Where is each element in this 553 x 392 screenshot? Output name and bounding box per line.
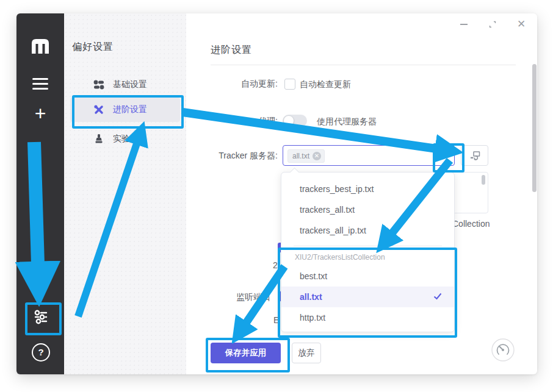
option-label: all.txt [300, 292, 322, 302]
maximize-icon [488, 20, 497, 29]
check-icon [433, 293, 442, 300]
text-fragment: E [273, 315, 279, 325]
tag-close-icon[interactable]: ✕ [313, 152, 321, 160]
title-divider [211, 65, 516, 65]
dropdown-option[interactable]: trackers_all.txt [281, 199, 454, 220]
window-controls: ✕ [459, 17, 526, 32]
sidebar-item-label: 实验室 [113, 134, 139, 144]
dropdown-option[interactable]: trackers_all_ip.txt [281, 220, 454, 241]
preferences-menu-panel [64, 13, 186, 374]
tracker-server-select[interactable]: all.txt ✕ [283, 145, 455, 166]
main-scrollbar[interactable] [532, 64, 537, 192]
dropdown-option[interactable]: best.txt [281, 266, 454, 287]
dropdown-option-selected[interactable]: all.txt [281, 287, 454, 307]
dropdown-option[interactable]: http.txt [281, 307, 454, 328]
tracker-source-dropdown: trackers_best_ip.txt trackers_all.txt tr… [281, 172, 455, 332]
close-button[interactable]: ✕ [516, 20, 526, 29]
toggle-knob [283, 115, 294, 126]
proxy-toggle[interactable] [283, 115, 307, 127]
sidebar-item-advanced-settings[interactable]: 进阶设置 [70, 98, 180, 122]
minimize-button[interactable] [459, 20, 469, 29]
help-icon[interactable]: ? [32, 343, 50, 362]
dropdown-option[interactable]: trackers_best_ip.txt [281, 179, 454, 199]
tracker-server-label: Tracker 服务器: [192, 151, 278, 162]
tools-icon [93, 104, 104, 115]
auto-update-checkbox-label[interactable]: 自动检查更新 [300, 79, 351, 90]
save-and-apply-button[interactable]: 保存并应用 [211, 343, 281, 363]
task-list-icon[interactable] [32, 78, 48, 90]
selected-tag: all.txt ✕ [287, 149, 325, 163]
proxy-toggle-label: 使用代理服务器 [317, 116, 377, 127]
maximize-button[interactable] [488, 20, 497, 29]
listen-port-label: 监听端口 [185, 292, 270, 303]
sync-icon [469, 150, 481, 161]
auto-update-checkbox[interactable] [284, 79, 295, 90]
textarea-scrollbar[interactable] [482, 175, 485, 185]
chevron-up-icon[interactable] [438, 153, 447, 159]
tag-label: all.txt [292, 152, 309, 160]
sidebar-item-basic-settings[interactable]: 基础设置 [70, 73, 180, 97]
collection-link-fragment[interactable]: Collection [452, 219, 490, 229]
dropdown-group-label: XIU2/TrackersListCollection [281, 246, 454, 266]
page-title: 进阶设置 [211, 44, 252, 57]
proxy-label: 代理: [192, 116, 278, 127]
sidebar-item-label: 基础设置 [113, 79, 147, 90]
speed-limit-icon[interactable] [491, 338, 515, 362]
minimize-icon [460, 24, 468, 25]
sidebar-item-lab[interactable]: 实验室 [70, 127, 180, 151]
sidebar-item-label: 进阶设置 [113, 104, 147, 115]
prefs-panel-title: 偏好设置 [72, 41, 114, 54]
stamp-icon [93, 134, 104, 144]
text-fragment: 2 [273, 260, 278, 270]
sync-trackers-button[interactable] [461, 145, 488, 166]
motrix-preferences-window: + ? 偏好设置 基础设置 [16, 13, 537, 374]
motrix-logo-icon [30, 38, 51, 55]
auto-update-label: 自动更新: [192, 79, 278, 90]
app-sidebar: + ? [16, 13, 64, 374]
close-icon: ✕ [517, 20, 526, 29]
preferences-icon[interactable] [32, 308, 50, 326]
add-task-icon[interactable]: + [31, 105, 49, 123]
discard-button[interactable]: 放弃 [292, 343, 321, 363]
toggles-icon [93, 79, 104, 90]
